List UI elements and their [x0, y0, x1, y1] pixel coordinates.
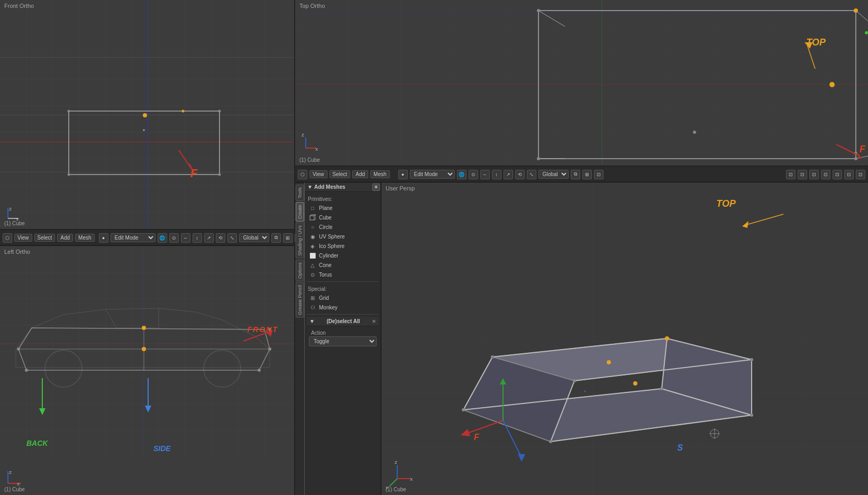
svg-text:X: X: [315, 147, 318, 152]
mesh-item-plane[interactable]: □ Plane: [307, 203, 379, 213]
svg-line-160: [466, 420, 503, 434]
top-cube-label: (1) Cube: [299, 157, 320, 163]
tb2-p3[interactable]: ⊡: [594, 170, 604, 179]
mesh-item-cube[interactable]: Cube: [307, 213, 379, 222]
tb2-view-btn[interactable]: View: [309, 170, 327, 178]
tb2-add-btn[interactable]: Add: [352, 170, 368, 178]
tb2-select-btn[interactable]: Select: [330, 170, 351, 178]
uvsphere-label: UV Sphere: [319, 234, 345, 240]
tb2-t5[interactable]: ⤡: [527, 170, 536, 179]
separator2: [307, 314, 379, 315]
tb2-p2[interactable]: ⊞: [582, 170, 592, 179]
tb-globe-icon[interactable]: 🌐: [158, 233, 167, 243]
tb2-extra7[interactable]: ⊡: [856, 170, 865, 179]
panel-close-btn[interactable]: ✕: [372, 184, 380, 191]
tb2-t2[interactable]: ↕: [492, 170, 501, 179]
bottom-area: Tools Create Shading / UVs Options Greas…: [295, 182, 868, 495]
panel-triangle-icon: ▼: [307, 184, 313, 190]
tb2-mag-icon[interactable]: ⊙: [469, 170, 478, 179]
svg-text:Y: Y: [386, 485, 389, 490]
tb-t4[interactable]: ⟲: [216, 233, 225, 243]
mesh-item-grid[interactable]: ⊞ Grid: [307, 293, 379, 302]
svg-text:Z: Z: [395, 460, 397, 465]
tb-t2[interactable]: ↕: [193, 233, 202, 243]
tb2-t1[interactable]: ↔: [480, 170, 490, 179]
viewport-left[interactable]: Left Ortho: [0, 246, 294, 495]
svg-point-57: [17, 347, 20, 351]
tb2-extra1[interactable]: ⊡: [786, 170, 796, 179]
tb-mag-icon[interactable]: ⊙: [169, 233, 179, 243]
tb-mesh-btn[interactable]: Mesh: [75, 234, 94, 242]
tb-select-btn[interactable]: Select: [34, 234, 56, 242]
grid-label: Grid: [319, 295, 329, 301]
svg-point-158: [584, 390, 586, 392]
tb-mode-select[interactable]: Edit Mode Object Mode: [111, 233, 156, 242]
torus-label: Torus: [319, 272, 332, 278]
tb2-extra2[interactable]: ⊡: [798, 170, 807, 179]
tb-t5[interactable]: ⤡: [227, 233, 237, 243]
svg-line-139: [463, 389, 662, 410]
svg-line-171: [389, 479, 397, 487]
tab-tools[interactable]: Tools: [296, 185, 304, 201]
tb2-extra6[interactable]: ⊡: [844, 170, 854, 179]
deselect-close[interactable]: ✕: [372, 319, 376, 324]
svg-point-156: [607, 360, 611, 364]
special-label: Special:: [307, 284, 379, 293]
mesh-item-cone[interactable]: △ Cone: [307, 260, 379, 270]
tb2-mode-select[interactable]: Edit Mode Object Mode: [410, 170, 455, 179]
user-viewport-svg: Z X Y: [381, 182, 868, 495]
tb-p2[interactable]: ⊞: [283, 233, 293, 243]
tb-mode-icon[interactable]: ⬡: [3, 233, 12, 243]
icosphere-icon: ◈: [309, 242, 316, 250]
tb2-vert-icon[interactable]: ●: [398, 170, 408, 179]
mesh-item-cylinder[interactable]: ⬜ Cylinder: [307, 251, 379, 260]
tb-t1[interactable]: ↔: [181, 233, 190, 243]
tb2-mesh-btn[interactable]: Mesh: [370, 170, 389, 178]
mesh-item-uvsphere[interactable]: ◉ UV Sphere: [307, 232, 379, 241]
tab-create[interactable]: Create: [296, 202, 304, 222]
svg-marker-176: [742, 221, 748, 228]
tb2-global-select[interactable]: Global Local: [538, 170, 569, 179]
icosphere-label: Ico Sphere: [319, 243, 344, 249]
svg-point-25: [143, 129, 145, 131]
tb-p1[interactable]: ⧉: [271, 233, 281, 243]
viewport-front[interactable]: Front Ortho: [0, 0, 294, 230]
svg-marker-163: [518, 454, 525, 462]
mesh-item-circle[interactable]: ○ Circle: [307, 222, 379, 232]
mesh-item-icosphere[interactable]: ◈ Ico Sphere: [307, 241, 379, 251]
svg-line-140: [662, 338, 667, 389]
action-dropdown[interactable]: Toggle Select Deselect: [309, 336, 377, 346]
tb-t3[interactable]: ↗: [204, 233, 214, 243]
tb2-mode-icon[interactable]: ⬡: [298, 170, 307, 179]
mesh-item-monkey[interactable]: ⚇ Monkey: [307, 302, 379, 312]
tb-add-btn[interactable]: Add: [57, 234, 73, 242]
svg-point-106: [693, 131, 696, 134]
circle-label: Circle: [319, 224, 333, 230]
svg-point-153: [549, 440, 552, 443]
svg-point-52: [45, 350, 82, 387]
tb2-extra3[interactable]: ⊡: [809, 170, 819, 179]
svg-marker-136: [463, 338, 667, 410]
tb2-t4[interactable]: ⟲: [515, 170, 525, 179]
tb2-extra4[interactable]: ⊡: [821, 170, 830, 179]
tb2-globe-icon[interactable]: 🌐: [457, 170, 467, 179]
tb-vert-icon[interactable]: ●: [99, 233, 108, 243]
tb2-extra5[interactable]: ⊡: [833, 170, 842, 179]
svg-rect-118: [310, 216, 314, 220]
main-layout: Front Ortho: [0, 0, 868, 495]
tab-grease[interactable]: Grease Pencil: [296, 282, 304, 318]
deselect-header[interactable]: ▼ (De)select All ✕: [307, 317, 379, 326]
tab-shading[interactable]: Shading / UVs: [296, 223, 304, 259]
viewport-user[interactable]: User Persp: [381, 182, 868, 495]
add-meshes-header[interactable]: ▼ Add Meshes ✕: [305, 182, 381, 192]
svg-line-96: [538, 11, 565, 26]
tab-options[interactable]: Options: [296, 260, 304, 281]
tb-view-btn[interactable]: View: [14, 234, 32, 242]
tb-global-select[interactable]: Global Local: [239, 233, 269, 242]
svg-point-104: [854, 8, 858, 13]
mesh-item-torus[interactable]: ⊙ Torus: [307, 270, 379, 279]
tb2-p1[interactable]: ⧉: [571, 170, 580, 179]
viewport-top[interactable]: Top Ortho: [295, 0, 868, 167]
tb2-t3[interactable]: ↗: [504, 170, 513, 179]
svg-point-151: [750, 414, 753, 417]
